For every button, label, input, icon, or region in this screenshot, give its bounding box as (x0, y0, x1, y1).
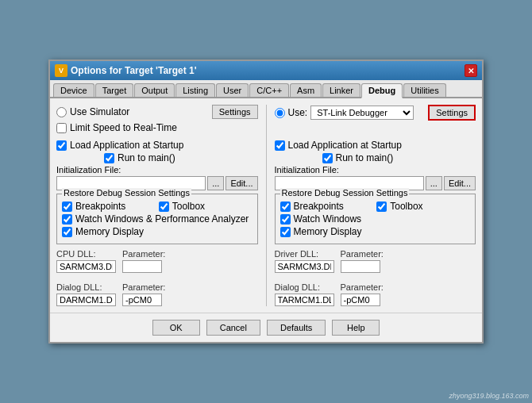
tab-target[interactable]: Target (95, 83, 134, 97)
column-divider (266, 105, 267, 306)
restore-group-content-right: Breakpoints Toolbox Watch Windows (280, 201, 471, 237)
restore-group-left: Restore Debug Session Settings Breakpoin… (56, 194, 258, 244)
simulator-radio[interactable] (56, 107, 67, 117)
tab-device[interactable]: Device (53, 83, 94, 97)
tab-linker[interactable]: Linker (322, 83, 360, 97)
load-app-label-right: Load Application at Startup (288, 140, 402, 151)
cpu-dll-field: CPU DLL: (56, 249, 116, 273)
load-app-row-left: Load Application at Startup (56, 140, 258, 151)
dialog-dll-row-left: Dialog DLL: Parameter: (56, 282, 258, 306)
cpu-param-input[interactable] (122, 260, 162, 273)
restore-checkboxes-left: Breakpoints Toolbox (62, 201, 253, 213)
cpu-dll-input[interactable] (56, 260, 116, 273)
limit-speed-row: Limit Speed to Real-Time (56, 122, 258, 133)
limit-speed-label: Limit Speed to Real-Time (70, 122, 177, 133)
right-column: Use: ST-Link Debugger Settings Load Appl… (275, 105, 476, 306)
run-to-main-checkbox-left[interactable] (104, 153, 114, 163)
watch-windows-row-right: Watch Windows (280, 213, 471, 225)
restore-checkboxes-right: Breakpoints Toolbox (280, 201, 471, 213)
init-file-label-right: Initialization File: (275, 165, 476, 175)
run-to-main-label-left: Run to main() (118, 152, 175, 163)
init-file-ellipsis-left[interactable]: ... (207, 176, 224, 190)
watch-windows-checkbox-left[interactable] (62, 214, 72, 225)
bottom-button-bar: OK Cancel Defaults Help (50, 313, 482, 342)
load-app-checkbox-left[interactable] (56, 140, 67, 151)
load-app-checkbox-right[interactable] (275, 140, 285, 151)
init-file-ellipsis-right[interactable]: ... (426, 176, 442, 190)
memory-display-row-right: Memory Display (280, 226, 471, 237)
tab-listing[interactable]: Listing (175, 83, 215, 97)
tab-cpp[interactable]: C/C++ (249, 83, 289, 97)
memory-display-checkbox-left[interactable] (62, 227, 72, 237)
dialog-dll-section-left: Dialog DLL: Parameter: (56, 282, 258, 306)
driver-dll-row: Driver DLL: Parameter: (275, 249, 476, 273)
close-button[interactable]: ✕ (465, 64, 477, 77)
cpu-dll-section: CPU DLL: Parameter: (56, 249, 258, 273)
dialog-param-input-right[interactable] (341, 294, 380, 306)
dialog-dll-field-left: Dialog DLL: (56, 282, 116, 306)
breakpoints-row-left: Breakpoints (62, 201, 156, 212)
left-settings-button[interactable]: Settings (212, 105, 258, 119)
watermark: zhyong319.blog.163.com (449, 392, 529, 400)
toolbox-label-left: Toolbox (172, 201, 205, 212)
driver-dll-section: Driver DLL: Parameter: (275, 249, 476, 273)
dialog-dll-label-right: Dialog DLL: (275, 282, 334, 292)
init-file-edit-right[interactable]: Edit... (444, 176, 476, 190)
driver-param-input[interactable] (341, 260, 380, 273)
ok-button[interactable]: OK (152, 320, 200, 336)
watch-windows-label-right: Watch Windows (294, 213, 362, 225)
driver-dll-label: Driver DLL: (275, 249, 334, 259)
toolbox-label-right: Toolbox (390, 201, 422, 212)
cpu-param-label: Parameter: (122, 249, 165, 259)
run-to-main-label-right: Run to main() (336, 152, 394, 163)
run-to-main-checkbox-right[interactable] (322, 153, 333, 163)
dialog-dll-input-left[interactable] (56, 294, 116, 306)
restore-group-right: Restore Debug Session Settings Breakpoin… (275, 194, 476, 244)
run-to-main-row-right: Run to main() (322, 152, 476, 163)
dialog-param-label-right: Parameter: (341, 282, 384, 292)
memory-display-label-right: Memory Display (294, 226, 362, 237)
cancel-button[interactable]: Cancel (206, 320, 260, 336)
memory-display-row-left: Memory Display (62, 226, 253, 237)
left-column: Use Simulator Settings Limit Speed to Re… (56, 105, 258, 306)
options-dialog: V Options for Target 'Target 1' ✕ Device… (48, 59, 484, 344)
toolbox-checkbox-left[interactable] (159, 202, 169, 212)
restore-group-content-left: Breakpoints Toolbox Watch Windows & Perf… (62, 201, 253, 237)
memory-display-checkbox-right[interactable] (280, 227, 291, 237)
dialog-content: Use Simulator Settings Limit Speed to Re… (50, 98, 482, 313)
load-app-row-right: Load Application at Startup (275, 140, 476, 151)
tab-utilities[interactable]: Utilities (403, 83, 445, 97)
restore-group-label-right: Restore Debug Session Settings (280, 188, 410, 198)
limit-speed-checkbox[interactable] (56, 123, 67, 133)
use-debugger-radio[interactable] (275, 108, 285, 118)
load-app-label-left: Load Application at Startup (70, 140, 183, 151)
breakpoints-checkbox-left[interactable] (62, 202, 72, 212)
dialog-dll-input-right[interactable] (275, 294, 334, 306)
tab-bar: Device Target Output Listing User C/C++ … (50, 80, 482, 98)
watch-windows-row-left: Watch Windows & Performance Analyzer (62, 213, 253, 225)
toolbox-checkbox-right[interactable] (376, 202, 387, 212)
tab-output[interactable]: Output (134, 83, 175, 97)
dialog-dll-field-right: Dialog DLL: (275, 282, 334, 306)
toolbox-row-left: Toolbox (159, 201, 253, 212)
init-file-edit-left[interactable]: Edit... (226, 176, 257, 190)
dialog-param-input-left[interactable] (122, 294, 162, 306)
dialog-dll-section-right: Dialog DLL: Parameter: (275, 282, 476, 306)
title-bar: V Options for Target 'Target 1' ✕ (50, 61, 482, 80)
tab-user[interactable]: User (216, 83, 249, 97)
defaults-button[interactable]: Defaults (267, 320, 326, 336)
right-settings-button[interactable]: Settings (428, 105, 476, 121)
restore-group-label-left: Restore Debug Session Settings (62, 188, 191, 198)
dialog-dll-row-right: Dialog DLL: Parameter: (275, 282, 476, 306)
breakpoints-checkbox-right[interactable] (280, 202, 291, 212)
dialog-dll-label-left: Dialog DLL: (56, 282, 116, 292)
driver-dll-input[interactable] (275, 260, 334, 273)
tab-debug[interactable]: Debug (361, 83, 403, 98)
debugger-select[interactable]: ST-Link Debugger (310, 106, 414, 120)
window-title: Options for Target 'Target 1' (71, 65, 197, 76)
help-button[interactable]: Help (332, 320, 380, 336)
cpu-dll-label: CPU DLL: (56, 249, 116, 259)
tab-asm[interactable]: Asm (290, 83, 322, 97)
watch-windows-checkbox-right[interactable] (280, 214, 291, 225)
use-debugger-row: Use: ST-Link Debugger Settings (275, 105, 476, 121)
